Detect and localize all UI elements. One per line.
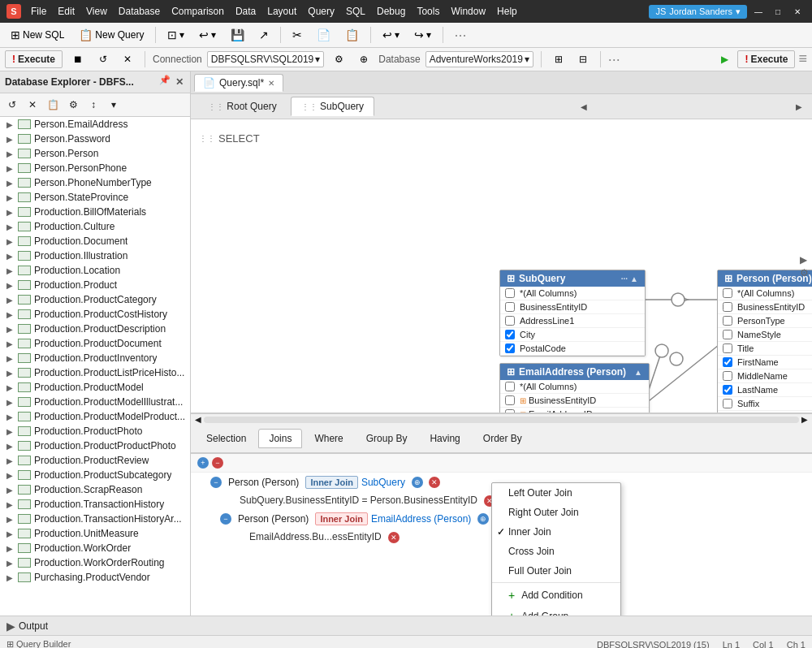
sub-tab-next[interactable]: ▶ — [793, 100, 806, 113]
toolbar-btn-undo[interactable]: ↩ ▾ — [377, 25, 405, 45]
col-checkbox[interactable] — [505, 343, 515, 353]
email-scroll-up[interactable]: ▲ — [634, 368, 642, 377]
person-header[interactable]: ⊞ Person (Person) ▲ — [718, 270, 812, 287]
menu-debug[interactable]: Debug — [372, 4, 410, 19]
toolbar-btn-paste[interactable]: 📋 — [339, 25, 365, 45]
join-row1-expand[interactable]: − — [210, 477, 222, 488]
ctx-right-outer-join[interactable]: Right Outer Join — [492, 503, 620, 522]
scroll-settings-btn[interactable]: ⚙ — [800, 267, 809, 279]
menu-data[interactable]: Data — [231, 4, 261, 19]
conn-action-button[interactable]: ⊕ — [354, 50, 374, 68]
join-row1-type[interactable]: Inner Join — [305, 476, 358, 489]
table-col-row[interactable]: ⊞EmailAddressID — [500, 408, 649, 413]
scroll-left-btn[interactable]: ◀ — [192, 415, 204, 424]
close-query-button[interactable]: ✕ — [118, 50, 137, 68]
output-triangle[interactable]: ▶ — [6, 620, 15, 633]
query-tab-sql[interactable]: 📄 Query.sql* ✕ — [194, 74, 283, 92]
menu-window[interactable]: Window — [446, 4, 490, 19]
toolbar-btn-4[interactable]: ↩ ▾ — [193, 25, 222, 45]
table-col-row[interactable]: BusinessEntityID — [500, 300, 645, 314]
col-checkbox[interactable] — [723, 371, 732, 381]
menu-sql[interactable]: SQL — [341, 4, 370, 19]
sidebar-item[interactable]: ▶Production.BillOfMaterials — [0, 205, 190, 219]
subquery-scroll-up[interactable]: ▲ — [630, 274, 638, 283]
sidebar-item[interactable]: ▶Production.ProductDocument — [0, 336, 190, 351]
sidebar-item[interactable]: ▶Production.ProductModelIllustrat... — [0, 395, 190, 409]
sidebar-item[interactable]: ▶Production.ProductReview — [0, 453, 190, 468]
execute-btn-right[interactable]: ! Execute — [737, 50, 795, 68]
join-row1-link[interactable]: SubQuery — [361, 477, 405, 488]
table-col-row[interactable]: Title — [718, 342, 812, 356]
subquery-header[interactable]: ⊞ SubQuery ··· ▲ — [500, 270, 645, 287]
sidebar-item[interactable]: ▶Production.ScrapReason — [0, 482, 190, 497]
tab-where[interactable]: Where — [304, 429, 353, 448]
menu-query[interactable]: Query — [303, 4, 339, 19]
sidebar-item[interactable]: ▶Person.StateProvince — [0, 190, 190, 205]
sidebar-item[interactable]: ▶Production.TransactionHistoryAr... — [0, 512, 190, 526]
join-row1-delete[interactable]: ✕ — [429, 477, 440, 488]
sidebar-item[interactable]: ▶Production.ProductProductPhoto — [0, 438, 190, 453]
sidebar-item[interactable]: ▶Production.ProductCostHistory — [0, 307, 190, 322]
table-col-row[interactable]: BusinessEntityID — [718, 300, 812, 314]
sub-tab-subquery[interactable]: ⋮⋮ SubQuery — [291, 97, 374, 116]
sidebar-item[interactable]: ▶Production.ProductListPriceHisto... — [0, 365, 190, 380]
sidebar-item[interactable]: ▶Production.ProductDescription — [0, 322, 190, 336]
col-checkbox[interactable] — [723, 343, 732, 353]
sidebar-item[interactable]: ▶Production.WorkOrder — [0, 541, 190, 555]
join-row2-link[interactable]: EmailAddress (Person) — [371, 513, 471, 525]
table-col-row[interactable]: PostalCode — [500, 342, 645, 356]
database-dropdown[interactable]: AdventureWorks2019 ▾ — [425, 51, 533, 67]
ctx-full-outer-join[interactable]: Full Outer Join — [492, 561, 620, 581]
sub-tab-prev[interactable]: ◀ — [577, 100, 590, 113]
col-checkbox[interactable] — [723, 399, 732, 408]
toolbar-btn-3[interactable]: ⊡ ▾ — [162, 25, 190, 45]
sidebar-item[interactable]: ▶Production.ProductModel — [0, 380, 190, 395]
email-header[interactable]: ⊞ EmailAddress (Person) ▲ — [500, 364, 649, 380]
col-checkbox[interactable] — [723, 302, 732, 312]
col-checkbox[interactable] — [723, 316, 732, 326]
sidebar-item[interactable]: ▶Production.Culture — [0, 219, 190, 234]
grid-view-button[interactable]: ⊞ — [549, 50, 568, 68]
col-checkbox[interactable] — [723, 357, 732, 367]
menu-file[interactable]: File — [26, 4, 51, 19]
maximize-button[interactable]: □ — [770, 3, 786, 19]
h-scrollbar[interactable] — [204, 417, 799, 423]
sidebar-item[interactable]: ▶Production.ProductInventory — [0, 351, 190, 365]
col-checkbox[interactable] — [505, 395, 515, 405]
table-col-row[interactable]: FirstName — [718, 356, 812, 369]
menu-comparison[interactable]: Comparison — [166, 4, 229, 19]
col-checkbox[interactable] — [505, 382, 515, 391]
sidebar-pin-button[interactable]: 📌 — [159, 75, 171, 89]
minimize-button[interactable]: — — [750, 3, 767, 19]
output-label[interactable]: Output — [19, 620, 48, 632]
user-dropdown-icon[interactable]: ▾ — [736, 6, 741, 17]
ctx-left-outer-join[interactable]: Left Outer Join — [492, 483, 620, 503]
col-checkbox[interactable] — [505, 288, 515, 298]
sidebar-item[interactable]: ▶Production.Document — [0, 234, 190, 248]
menu-database[interactable]: Database — [114, 4, 165, 19]
sidebar-item[interactable]: ▶Purchasing.ProductVendor — [0, 570, 190, 585]
tab-group-by[interactable]: Group By — [356, 429, 418, 448]
join-row1-settings[interactable]: ⊕ — [412, 477, 423, 488]
table-col-row[interactable]: PersonType — [718, 314, 812, 328]
menu-layout[interactable]: Layout — [262, 4, 301, 19]
new-query-button[interactable]: 📋 New Query — [73, 25, 149, 45]
subquery-menu-btn[interactable]: ··· — [621, 274, 628, 283]
execute-button[interactable]: ! Execute — [5, 50, 63, 68]
toolbar-btn-copy[interactable]: 📄 — [311, 25, 336, 45]
scroll-right-btn2[interactable]: ▶ — [799, 415, 810, 424]
table-col-row[interactable]: City — [500, 328, 645, 342]
menu-help[interactable]: Help — [492, 4, 522, 19]
sidebar-item[interactable]: ▶Person.PhoneNumberType — [0, 175, 190, 190]
sidebar-item[interactable]: ▶Production.ProductSubcategory — [0, 468, 190, 482]
table-col-row[interactable]: NameStyle — [718, 328, 812, 342]
tab-selection[interactable]: Selection — [196, 429, 257, 448]
table-col-row[interactable]: LastName — [718, 383, 812, 397]
ctx-cross-join[interactable]: Cross Join — [492, 542, 620, 561]
close-button[interactable]: ✕ — [789, 3, 806, 19]
table-col-row[interactable]: Suffix — [718, 397, 812, 411]
conn-settings-button[interactable]: ⚙ — [329, 50, 349, 68]
col-checkbox[interactable] — [723, 330, 732, 339]
col-checkbox[interactable] — [505, 302, 515, 312]
col-checkbox[interactable] — [505, 409, 515, 413]
